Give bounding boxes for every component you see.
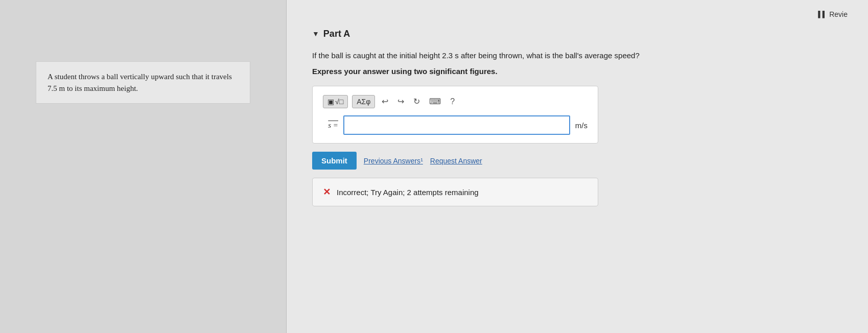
symbol-label: ΑΣφ bbox=[357, 98, 370, 106]
variable-label: s = bbox=[323, 121, 338, 130]
previous-answers-suffix: ¹ bbox=[420, 157, 423, 165]
feedback-message: Incorrect; Try Again; 2 attempts remaini… bbox=[337, 188, 479, 197]
keyboard-button[interactable]: ⌨ bbox=[427, 94, 443, 108]
submit-button[interactable]: Submit bbox=[312, 152, 357, 170]
problem-statement: A student throws a ball vertically upwar… bbox=[36, 61, 250, 104]
answer-box: ▣ √□ ΑΣφ ↩ ↪ ↻ ⌨ ? s = m/s bbox=[312, 86, 598, 144]
math-toolbar: ▣ √□ ΑΣφ ↩ ↪ ↻ ⌨ ? bbox=[323, 94, 588, 108]
instruction-text: Express your answer using two significan… bbox=[312, 67, 848, 76]
request-answer-link[interactable]: Request Answer bbox=[430, 157, 482, 165]
redo-button[interactable]: ↪ bbox=[395, 94, 407, 108]
actions-row: Submit Previous Answers¹ Request Answer bbox=[312, 152, 848, 170]
symbol-button[interactable]: ΑΣφ bbox=[352, 95, 375, 108]
review-link[interactable]: Revie bbox=[818, 10, 848, 18]
answer-input[interactable] bbox=[343, 115, 570, 135]
previous-answers-link[interactable]: Previous Answers¹ bbox=[364, 157, 423, 165]
collapse-arrow-icon[interactable]: ▼ bbox=[312, 30, 319, 38]
part-title: Part A bbox=[323, 29, 350, 39]
top-bar: Revie bbox=[312, 10, 848, 18]
help-button[interactable]: ? bbox=[448, 95, 457, 108]
part-header: ▼ Part A bbox=[312, 29, 848, 39]
left-panel: A student throws a ball vertically upwar… bbox=[0, 0, 286, 333]
question-text: If the ball is caught at the initial hei… bbox=[312, 50, 711, 62]
problem-text: A student throws a ball vertically upwar… bbox=[48, 73, 232, 92]
math-editor-icon: ▣ bbox=[327, 98, 334, 106]
right-panel: Revie ▼ Part A If the ball is caught at … bbox=[287, 0, 868, 333]
refresh-button[interactable]: ↻ bbox=[411, 94, 423, 108]
undo-button[interactable]: ↩ bbox=[379, 94, 391, 108]
incorrect-icon: ✕ bbox=[323, 186, 331, 198]
math-editor-button[interactable]: ▣ √□ bbox=[323, 95, 348, 108]
sqrt-icon: √□ bbox=[335, 98, 343, 106]
previous-answers-text: Previous Answers bbox=[364, 157, 420, 165]
input-row: s = m/s bbox=[323, 115, 588, 135]
unit-label: m/s bbox=[575, 121, 588, 130]
feedback-box: ✕ Incorrect; Try Again; 2 attempts remai… bbox=[312, 178, 598, 206]
